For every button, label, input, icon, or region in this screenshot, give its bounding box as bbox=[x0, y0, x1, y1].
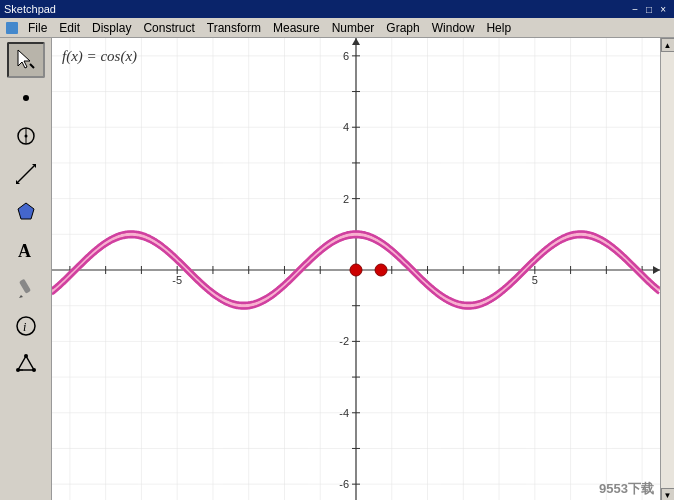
menu-display[interactable]: Display bbox=[86, 20, 137, 36]
menubar: File Edit Display Construct Transform Me… bbox=[0, 18, 674, 38]
menu-graph[interactable]: Graph bbox=[380, 20, 425, 36]
svg-marker-16 bbox=[18, 356, 34, 370]
graph-canvas bbox=[52, 38, 660, 500]
select-arrow-tool[interactable] bbox=[7, 42, 45, 78]
menu-edit[interactable]: Edit bbox=[53, 20, 86, 36]
function-label: f(x) = cos(x) bbox=[62, 48, 137, 65]
custom-tool[interactable] bbox=[7, 346, 45, 382]
scroll-down-button[interactable]: ▼ bbox=[661, 488, 675, 500]
svg-point-18 bbox=[32, 368, 36, 372]
vertical-scrollbar[interactable]: ▲ ▼ bbox=[660, 38, 674, 500]
svg-rect-0 bbox=[6, 22, 18, 34]
menu-construct[interactable]: Construct bbox=[137, 20, 200, 36]
toolbar: A i bbox=[0, 38, 52, 500]
scroll-up-button[interactable]: ▲ bbox=[661, 38, 675, 52]
menu-number[interactable]: Number bbox=[326, 20, 381, 36]
graph-container[interactable]: f(x) = cos(x) ▲ ▼ ◄ ► 9553下载 bbox=[52, 38, 674, 500]
svg-line-7 bbox=[18, 166, 34, 182]
marker-tool[interactable] bbox=[7, 270, 45, 306]
menu-measure[interactable]: Measure bbox=[267, 20, 326, 36]
svg-point-19 bbox=[24, 354, 28, 358]
menu-file[interactable]: File bbox=[22, 20, 53, 36]
svg-marker-13 bbox=[19, 295, 23, 298]
svg-point-17 bbox=[16, 368, 20, 372]
menu-transform[interactable]: Transform bbox=[201, 20, 267, 36]
menu-help[interactable]: Help bbox=[480, 20, 517, 36]
close-button[interactable]: × bbox=[656, 4, 670, 15]
svg-text:i: i bbox=[23, 320, 26, 334]
svg-line-2 bbox=[30, 64, 34, 68]
text-tool[interactable]: A bbox=[7, 232, 45, 268]
watermark: 9553下载 bbox=[599, 480, 654, 498]
info-tool[interactable]: i bbox=[7, 308, 45, 344]
svg-marker-1 bbox=[18, 50, 30, 68]
maximize-button[interactable]: □ bbox=[642, 4, 656, 15]
compass-tool[interactable] bbox=[7, 118, 45, 154]
scroll-track-v[interactable] bbox=[661, 52, 675, 488]
point-tool[interactable] bbox=[7, 80, 45, 116]
app-icon bbox=[2, 18, 22, 38]
svg-rect-12 bbox=[18, 279, 30, 294]
line-tool[interactable] bbox=[7, 156, 45, 192]
menu-window[interactable]: Window bbox=[426, 20, 481, 36]
svg-point-3 bbox=[23, 95, 29, 101]
svg-marker-10 bbox=[18, 203, 34, 219]
polygon-tool[interactable] bbox=[7, 194, 45, 230]
minimize-button[interactable]: − bbox=[628, 4, 642, 15]
window-title: Sketchpad bbox=[4, 3, 628, 15]
svg-text:A: A bbox=[18, 241, 31, 261]
